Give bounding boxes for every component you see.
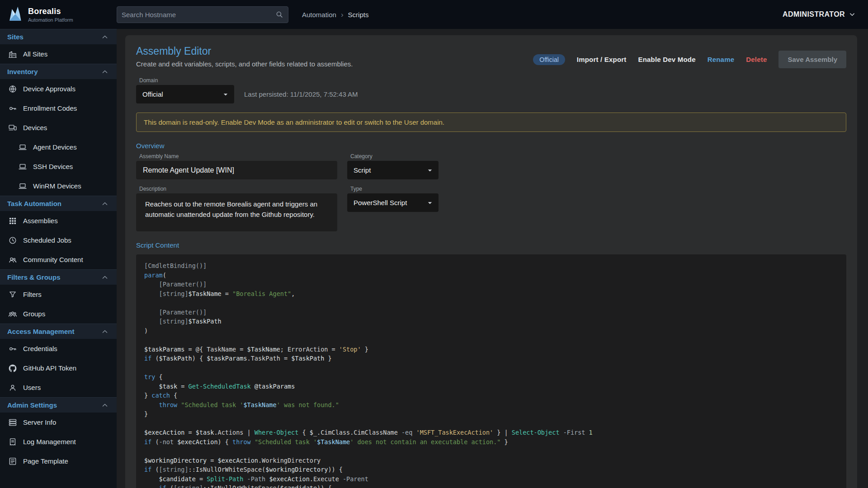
sidebar-section-filters-groups[interactable]: Filters & Groups (0, 269, 117, 285)
sidebar-item-label: WinRM Devices (33, 182, 81, 190)
sidebar-item-label: Agent Devices (33, 143, 77, 151)
groups-icon (8, 310, 17, 319)
code-line: $task = Get-ScheduledTask @taskParams (144, 382, 838, 391)
breadcrumb-scripts[interactable]: Scripts (348, 11, 369, 19)
sidebar-section-label: Access Management (7, 328, 74, 335)
code-line: throw "Scheduled task '$TaskName' was no… (144, 400, 838, 410)
code-line (144, 419, 838, 428)
caret-down-icon (425, 165, 435, 175)
sidebar-item-ssh-devices[interactable]: SSH Devices (0, 157, 117, 176)
laptop-icon (18, 162, 27, 171)
code-line: if (-not $execAction) { throw "Scheduled… (144, 437, 838, 447)
enable-dev-mode-button[interactable]: Enable Dev Mode (638, 56, 695, 63)
main-content: Assembly Editor Create and edit variable… (117, 29, 868, 488)
sidebar-item-device-approvals[interactable]: Device Approvals (0, 79, 117, 99)
sidebar-item-label: Log Management (23, 438, 76, 446)
category-select[interactable]: Script (347, 161, 439, 179)
brand-subtitle: Automation Platform (28, 17, 73, 23)
description-textarea[interactable]: Reaches out to the remote Borealis agent… (136, 193, 337, 231)
type-select[interactable]: PowerShell Script (347, 193, 439, 212)
domain-select-value: Official (142, 90, 163, 98)
sidebar-item-all-sites[interactable]: All Sites (0, 44, 117, 64)
sidebar-item-label: Server Info (23, 418, 56, 426)
topbar: Borealis Automation Platform Automation … (0, 0, 868, 29)
sidebar-item-label: SSH Devices (33, 163, 73, 170)
sidebar-item-assemblies[interactable]: Assemblies (0, 211, 117, 230)
code-line: $execAction = $task.Actions | Where-Obje… (144, 428, 838, 437)
sidebar-item-filters[interactable]: Filters (0, 285, 117, 304)
sidebar-item-label: Filters (23, 291, 42, 298)
people-icon (8, 255, 17, 264)
user-menu-label: ADMINISTRATOR (783, 10, 845, 19)
type-select-value: PowerShell Script (354, 199, 407, 206)
log-icon (8, 437, 17, 446)
caret-down-icon (425, 198, 435, 208)
search-input[interactable] (122, 11, 275, 19)
code-line: [string]$TaskName = "Borealis Agent", (144, 289, 838, 299)
code-line: [CmdletBinding()] (144, 261, 838, 271)
code-line: $candidate = Split-Path -Path $execActio… (144, 474, 838, 484)
rename-button[interactable]: Rename (708, 56, 735, 63)
search-box[interactable] (117, 6, 288, 23)
import-export-button[interactable]: Import / Export (577, 56, 627, 63)
sidebar-item-log-management[interactable]: Log Management (0, 432, 117, 451)
chevron-up-icon (100, 273, 109, 282)
sidebar-section-sites[interactable]: Sites (0, 29, 117, 44)
brand-name: Borealis (28, 7, 73, 16)
user-menu[interactable]: ADMINISTRATOR (783, 10, 856, 19)
code-line: [string]$TaskPath (144, 317, 838, 326)
sidebar-item-label: Scheduled Jobs (23, 236, 71, 244)
assembly-editor-card: Assembly Editor Create and edit variable… (125, 35, 857, 488)
assembly-name-label: Assembly Name (139, 153, 337, 160)
sidebar-item-scheduled-jobs[interactable]: Scheduled Jobs (0, 230, 117, 250)
sidebar-section-task-automation[interactable]: Task Automation (0, 196, 117, 211)
sidebar-item-groups[interactable]: Groups (0, 304, 117, 324)
sidebar-item-credentials[interactable]: Credentials (0, 339, 117, 358)
editor-actions: Official Import / Export Enable Dev Mode… (533, 51, 846, 68)
script-editor[interactable]: [CmdletBinding()]param( [Parameter()] [s… (136, 254, 846, 488)
sidebar-item-label: Page Template (23, 457, 68, 465)
code-line: if ([string]::IsNullOrWhiteSpace($candid… (144, 483, 838, 488)
sidebar-section-admin-settings[interactable]: Admin Settings (0, 397, 117, 413)
assembly-name-input[interactable] (136, 161, 337, 179)
sidebar-item-community-content[interactable]: Community Content (0, 250, 117, 269)
sidebar-item-label: Device Approvals (23, 85, 75, 93)
chevron-up-icon (100, 33, 109, 42)
sidebar-section-access-management[interactable]: Access Management (0, 324, 117, 339)
sidebar-item-users[interactable]: Users (0, 378, 117, 397)
sidebar-section-label: Inventory (7, 68, 38, 75)
chevron-down-icon (848, 10, 856, 19)
laptop-icon (18, 143, 27, 152)
person-icon (8, 383, 17, 392)
code-line (144, 446, 838, 456)
sidebar-section-label: Filters & Groups (7, 273, 61, 281)
chevron-up-icon (100, 327, 109, 336)
code-line (144, 363, 838, 373)
save-assembly-button[interactable]: Save Assembly (778, 51, 846, 68)
filter-icon (8, 290, 17, 299)
sidebar-section-label: Sites (7, 33, 24, 41)
chevron-up-icon (100, 199, 109, 208)
code-line: [Parameter()] (144, 308, 838, 317)
github-icon (8, 364, 17, 373)
code-line: if ($TaskPath) { $taskParams.TaskPath = … (144, 354, 838, 363)
delete-button[interactable]: Delete (746, 56, 767, 63)
sidebar-item-label: Enrollment Codes (23, 104, 77, 112)
sidebar-item-agent-devices[interactable]: Agent Devices (0, 137, 117, 157)
sidebar-item-enrollment-codes[interactable]: Enrollment Codes (0, 99, 117, 118)
sidebar-item-page-template[interactable]: Page Template (0, 451, 117, 471)
sidebar-item-winrm-devices[interactable]: WinRM Devices (0, 176, 117, 196)
sidebar-section-inventory[interactable]: Inventory (0, 64, 117, 79)
sidebar-item-devices[interactable]: Devices (0, 118, 117, 137)
sidebar-item-label: Credentials (23, 345, 57, 352)
page-subtitle: Create and edit variables, scripts, and … (136, 60, 353, 68)
last-persisted-text: Last persisted: 11/1/2025, 7:52:43 AM (244, 90, 358, 98)
script-content-label: Script Content (136, 241, 846, 249)
breadcrumb-automation[interactable]: Automation (302, 11, 336, 19)
sidebar-item-server-info[interactable]: Server Info (0, 413, 117, 432)
code-line: } (144, 409, 838, 419)
code-line (144, 298, 838, 308)
sidebar-item-github-api-token[interactable]: GitHub API Token (0, 358, 117, 378)
readonly-warning-banner: This domain is read-only. Enable Dev Mod… (136, 113, 846, 132)
domain-select[interactable]: Domain Official (136, 77, 234, 103)
